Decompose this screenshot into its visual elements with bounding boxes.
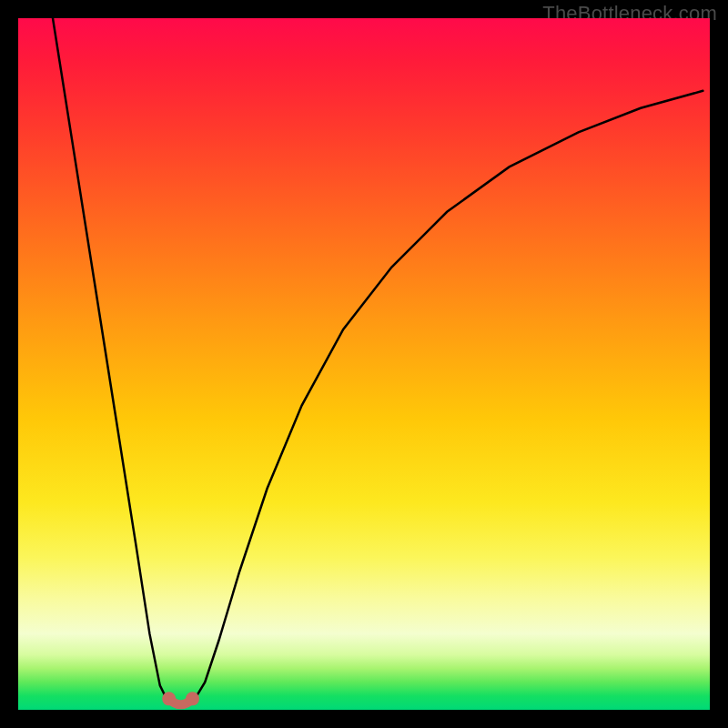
trough-marker-right	[186, 692, 199, 705]
curve-right-branch	[167, 91, 703, 705]
chart-overlay	[18, 18, 710, 710]
chart-frame	[18, 18, 710, 710]
chart-curve-group	[53, 18, 703, 705]
trough-marker-left	[162, 692, 176, 705]
curve-left-branch	[53, 18, 195, 705]
